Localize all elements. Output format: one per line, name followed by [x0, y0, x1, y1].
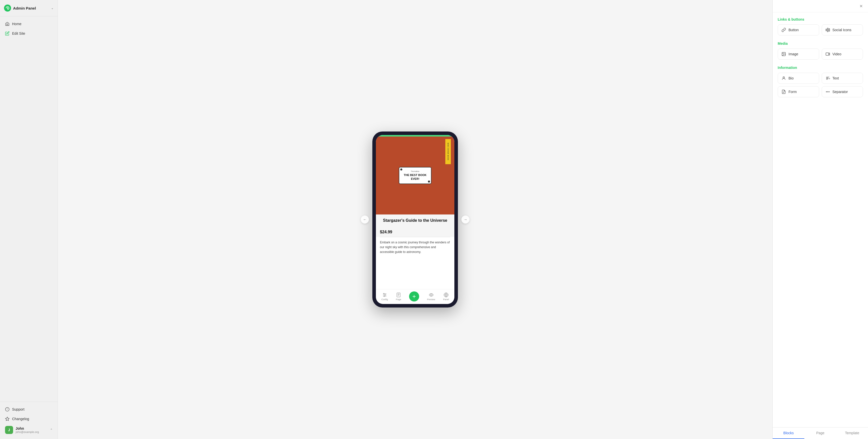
media-grid: Image Video [778, 48, 863, 60]
block-video-label: Video [833, 52, 842, 56]
image-icon [781, 52, 786, 56]
svg-point-20 [783, 77, 784, 78]
book-main-title: Stargazer's Guide to the Universe [380, 218, 451, 223]
svg-point-7 [383, 293, 384, 294]
section-media-title: Media [778, 41, 863, 45]
phone-nav-left-button[interactable]: ← [361, 215, 369, 224]
phone-content: MINI COVER BOOK The Author THE BEST BOOK… [376, 137, 454, 289]
section-links-buttons: Links & buttons Button Social Icons [778, 18, 863, 35]
user-section[interactable]: J John john@example.org ⌃ [2, 424, 56, 436]
svg-point-1 [7, 7, 8, 9]
section-information: Information Bio Text [778, 66, 863, 97]
block-bio-label: Bio [788, 76, 794, 80]
book-spine-label: MINI COVER BOOK [445, 139, 451, 164]
svg-rect-14 [826, 29, 827, 31]
block-text[interactable]: Text [822, 73, 863, 84]
config-label: Config [381, 298, 388, 301]
support-icon [5, 407, 9, 412]
block-image-label: Image [788, 52, 798, 56]
bottom-bar-config[interactable]: Config [381, 293, 388, 301]
admin-panel-chevron-icon[interactable]: ⌄ [51, 6, 54, 10]
form-icon [781, 90, 786, 94]
link-icon [781, 28, 786, 32]
price-section: $24.99 [376, 228, 454, 237]
sidebar: Admin Panel ⌄ Home Edit Site [0, 0, 58, 439]
text-icon [826, 76, 830, 80]
preview-icon [429, 293, 434, 298]
close-panel-button[interactable]: ✕ [858, 3, 864, 9]
svg-rect-19 [826, 53, 829, 56]
book-author: The Author [404, 170, 427, 172]
right-panel-header: ✕ [773, 0, 868, 12]
block-button-label: Button [788, 28, 799, 32]
svg-point-24 [827, 92, 828, 92]
svg-rect-15 [827, 28, 828, 32]
svg-point-18 [783, 53, 783, 54]
changelog-icon [5, 417, 9, 421]
section-media: Media Image Video [778, 41, 863, 60]
svg-point-11 [430, 294, 432, 296]
bottom-bar-panel[interactable]: Panel [443, 293, 449, 301]
sidebar-item-changelog[interactable]: Changelog [2, 414, 56, 424]
book-title-card: The Author THE BEST BOOK EVER! [399, 167, 432, 184]
book-info: Stargazer's Guide to the Universe [376, 214, 454, 228]
main-content: ← MINI COVER BOOK The Author THE BEST BO… [58, 0, 772, 439]
panel-content: Links & buttons Button Social Icons [773, 12, 868, 427]
block-image[interactable]: Image [778, 48, 819, 60]
user-left: J John john@example.org [5, 426, 39, 434]
links-buttons-grid: Button Social Icons [778, 24, 863, 35]
block-text-label: Text [833, 76, 839, 80]
block-social-icons[interactable]: Social Icons [822, 24, 863, 35]
svg-point-23 [826, 92, 827, 92]
svg-point-9 [384, 296, 384, 297]
sidebar-bottom: Support Changelog J John john@example.or… [0, 402, 58, 439]
sidebar-item-home-label: Home [12, 22, 21, 26]
book-cover: MINI COVER BOOK The Author THE BEST BOOK… [376, 137, 454, 214]
svg-marker-3 [5, 417, 9, 420]
preview-label: Preview [427, 298, 435, 301]
edit-icon [5, 31, 9, 36]
home-icon [5, 22, 9, 26]
avatar-letter: J [8, 428, 10, 432]
add-block-button[interactable]: + [409, 292, 419, 301]
phone-wrapper: ← MINI COVER BOOK The Author THE BEST BO… [372, 132, 458, 307]
bottom-bar-preview[interactable]: Preview [427, 293, 435, 301]
phone-mockup: MINI COVER BOOK The Author THE BEST BOOK… [372, 132, 458, 307]
block-button[interactable]: Button [778, 24, 819, 35]
sidebar-item-support[interactable]: Support [2, 405, 56, 414]
tab-blocks[interactable]: Blocks [773, 428, 804, 439]
block-separator[interactable]: Separator [822, 86, 863, 97]
svg-point-8 [385, 295, 385, 295]
tab-page[interactable]: Page [804, 428, 836, 439]
bottom-bar-page[interactable]: Page [396, 293, 401, 301]
sidebar-item-support-label: Support [12, 407, 24, 411]
sidebar-item-home[interactable]: Home [2, 20, 56, 28]
section-information-title: Information [778, 66, 863, 70]
phone-container: ← MINI COVER BOOK The Author THE BEST BO… [58, 0, 772, 439]
block-video[interactable]: Video [822, 48, 863, 60]
admin-panel-title: Admin Panel [13, 6, 36, 10]
page-icon [396, 293, 401, 298]
user-chevron-icon: ⌃ [50, 428, 53, 432]
sidebar-item-edit-site[interactable]: Edit Site [2, 29, 56, 38]
block-form[interactable]: Form [778, 86, 819, 97]
sidebar-item-edit-site-label: Edit Site [12, 31, 25, 35]
config-icon [382, 293, 387, 298]
right-panel: ✕ Links & buttons Button [772, 0, 868, 439]
user-info: John john@example.org [16, 427, 39, 434]
svg-point-25 [829, 92, 829, 92]
video-icon [826, 52, 830, 56]
bio-icon [781, 76, 786, 80]
block-form-label: Form [788, 90, 797, 94]
phone-nav-right-button[interactable]: → [461, 215, 469, 224]
social-icon [826, 28, 830, 32]
phone-bottom-bar: Config Page + [376, 289, 454, 304]
section-links-buttons-title: Links & buttons [778, 18, 863, 21]
panel-icon [443, 293, 448, 298]
separator-icon [826, 90, 830, 94]
tab-template[interactable]: Template [836, 428, 868, 439]
block-bio[interactable]: Bio [778, 73, 819, 84]
book-description: Embark on a cosmic journey through the w… [376, 237, 454, 258]
information-grid: Bio Text Form [778, 73, 863, 97]
sidebar-nav: Home Edit Site [0, 16, 58, 402]
